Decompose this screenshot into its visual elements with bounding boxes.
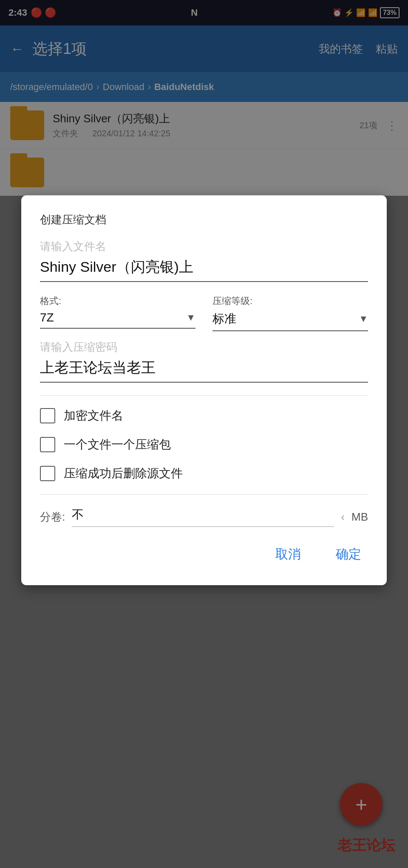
checkbox-encrypt-filename-label: 加密文件名 [64,408,123,424]
split-arrow-icon[interactable]: ‹ [341,510,345,524]
split-label: 分卷: [40,510,65,524]
checkbox-delete-source: 压缩成功后删除源文件 [40,465,368,482]
divider-1 [40,395,368,396]
checkbox-one-per-file: 一个文件一个压缩包 [40,437,368,453]
password-placeholder: 请输入压缩密码 [40,340,368,355]
format-level-row: 格式: 7Z ▼ 压缩等级: 标准 ▼ [40,295,368,331]
confirm-button[interactable]: 确定 [329,542,368,566]
divider-2 [40,494,368,495]
checkbox-one-per-file-label: 一个文件一个压缩包 [64,437,171,453]
format-label: 格式: [40,295,196,307]
dialog-actions: 取消 确定 [40,542,368,566]
checkbox-delete-source-input[interactable] [40,466,55,481]
create-archive-dialog: 创建压缩文档 请输入文件名 Shiny Silver（闪亮银)上 格式: 7Z … [21,195,387,585]
format-select[interactable]: 7Z ▼ [40,311,196,329]
password-input[interactable]: 上老王论坛当老王 [40,358,368,383]
checkbox-delete-source-label: 压缩成功后删除源文件 [64,465,183,482]
dialog-title: 创建压缩文档 [40,212,368,227]
checkbox-encrypt-filename-input[interactable] [40,408,55,423]
checkbox-one-per-file-input[interactable] [40,437,55,452]
level-label: 压缩等级: [212,295,368,307]
format-value: 7Z [40,311,54,324]
level-arrow-icon: ▼ [359,313,368,324]
split-input[interactable]: 不 [72,507,334,527]
filename-placeholder: 请输入文件名 [40,239,368,254]
level-group: 压缩等级: 标准 ▼ [212,295,368,331]
filename-input[interactable]: Shiny Silver（闪亮银)上 [40,257,368,282]
format-arrow-icon: ▼ [186,312,196,323]
cancel-button[interactable]: 取消 [269,542,308,566]
split-row: 分卷: 不 ‹ MB [40,507,368,527]
split-unit: MB [351,510,368,524]
level-select[interactable]: 标准 ▼ [212,311,368,331]
checkbox-encrypt-filename: 加密文件名 [40,408,368,424]
format-group: 格式: 7Z ▼ [40,295,196,331]
level-value: 标准 [212,311,236,327]
